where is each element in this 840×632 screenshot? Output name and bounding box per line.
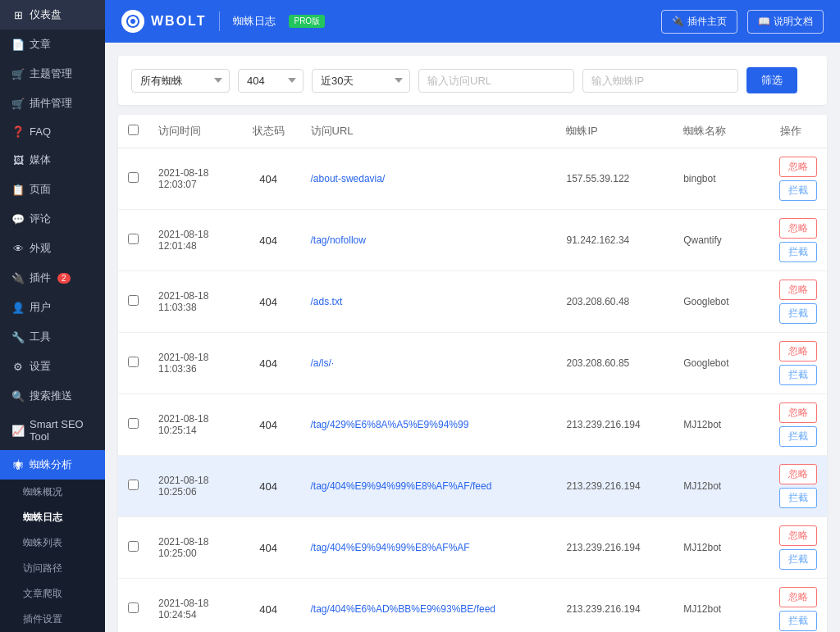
- sidebar-sub-label: 蜘蛛概况: [23, 485, 62, 499]
- row-checkbox[interactable]: [128, 234, 139, 244]
- row-url: /tag/nofollow: [301, 210, 557, 271]
- th-url: 访问URL: [301, 115, 557, 148]
- sidebar-item-article[interactable]: 📄 文章: [0, 30, 105, 59]
- detail-button[interactable]: 忽略: [779, 402, 817, 423]
- sidebar-sub-plugin-settings[interactable]: 插件设置: [11, 607, 105, 632]
- media-icon: 🖼: [11, 154, 25, 166]
- sidebar-item-settings[interactable]: ⚙ 设置: [0, 352, 105, 381]
- sidebar-sub-label: 文章爬取: [23, 587, 62, 601]
- sidebar-sub-spider-overview[interactable]: 蜘蛛概况: [11, 480, 105, 505]
- row-status: 404: [236, 517, 301, 579]
- sidebar-sub-spider-list[interactable]: 蜘蛛列表: [11, 530, 105, 556]
- select-all-checkbox[interactable]: [128, 125, 139, 135]
- sidebar-label: 外观: [30, 241, 51, 256]
- row-ip: 157.55.39.122: [556, 148, 673, 210]
- eye-icon: 👁: [11, 243, 25, 255]
- detail-button[interactable]: 忽略: [779, 341, 817, 361]
- sidebar-sub-label: 访问路径: [23, 562, 62, 575]
- wrench-icon: 🔧: [11, 331, 25, 343]
- block-button[interactable]: 拦截: [779, 303, 817, 324]
- sidebar-item-media[interactable]: 🖼 媒体: [0, 145, 105, 175]
- row-checkbox[interactable]: [128, 541, 139, 552]
- sidebar-label: 页面: [30, 182, 51, 197]
- row-checkbox[interactable]: [128, 357, 139, 367]
- table-row: 2021-08-18 10:24:54 404 /tag/404%E6%AD%B…: [118, 579, 827, 633]
- detail-button[interactable]: 忽略: [779, 218, 817, 239]
- block-button[interactable]: 拦截: [779, 365, 817, 385]
- sidebar-sub-article-crawl[interactable]: 文章爬取: [11, 581, 105, 607]
- plugin-home-label: 插件主页: [687, 15, 727, 29]
- sidebar-item-page[interactable]: 📋 页面: [0, 175, 105, 204]
- data-table: 访问时间 状态码 访问URL 蜘蛛IP 蜘蛛名称: [118, 115, 827, 632]
- table-row: 2021-08-18 10:25:00 404 /tag/404%E9%94%9…: [118, 517, 827, 579]
- row-url: /ads.txt: [301, 271, 557, 333]
- row-action-cell: 忽略 拦截: [755, 210, 827, 271]
- row-checkbox-cell: [118, 456, 148, 517]
- sidebar-item-tools[interactable]: 🔧 工具: [0, 322, 105, 352]
- row-checkbox[interactable]: [128, 602, 139, 613]
- table-row: 2021-08-18 10:25:06 404 /tag/404%E9%94%9…: [118, 456, 827, 517]
- sidebar-sub-visit-path[interactable]: 访问路径: [11, 556, 105, 581]
- row-checkbox[interactable]: [128, 295, 139, 306]
- row-bot: MJ12bot: [673, 456, 755, 517]
- ip-filter-input[interactable]: [582, 69, 738, 93]
- row-checkbox[interactable]: [128, 480, 139, 490]
- sidebar-item-search-push[interactable]: 🔍 搜索推送: [0, 381, 105, 411]
- page-icon: 📋: [11, 184, 25, 196]
- row-time: 2021-08-18 10:25:00: [148, 517, 236, 579]
- row-bot: Googlebot: [673, 333, 755, 394]
- spider-filter-select[interactable]: 所有蜘蛛: [131, 69, 230, 93]
- sidebar-label: 插件: [30, 271, 51, 285]
- logo-svg: [125, 13, 141, 30]
- sidebar-item-smart-seo[interactable]: 📈 Smart SEO Tool: [0, 411, 105, 450]
- sidebar-item-spider-analysis[interactable]: 🕷 蜘蛛分析: [0, 450, 105, 480]
- row-bot: MJ12bot: [673, 517, 755, 579]
- sidebar-item-faq[interactable]: ❓ FAQ: [0, 118, 105, 145]
- detail-button[interactable]: 忽略: [779, 280, 817, 300]
- block-button[interactable]: 拦截: [779, 549, 817, 570]
- header-logo-text: WBOLT: [151, 14, 206, 29]
- sidebar-label: 仪表盘: [30, 7, 62, 22]
- sidebar-sub-spider-log[interactable]: 蜘蛛日志: [11, 505, 105, 530]
- detail-button[interactable]: 忽略: [779, 525, 817, 546]
- row-ip: 213.239.216.194: [556, 579, 673, 633]
- comment-icon: 💬: [11, 213, 25, 225]
- row-checkbox-cell: [118, 517, 148, 579]
- row-checkbox[interactable]: [128, 172, 139, 183]
- row-status: 404: [236, 271, 301, 333]
- sidebar-item-comment[interactable]: 💬 评论: [0, 204, 105, 234]
- detail-button[interactable]: 忽略: [779, 464, 817, 484]
- action-buttons: 忽略 拦截: [765, 402, 817, 447]
- sidebar-item-plugins[interactable]: 🔌 插件 2: [0, 263, 105, 293]
- filter-button[interactable]: 筛选: [746, 67, 797, 93]
- action-buttons: 忽略 拦截: [765, 341, 817, 385]
- time-filter-select[interactable]: 近30天 近7天 今天: [312, 69, 410, 93]
- sidebar-item-theme-manage[interactable]: 🛒 主题管理: [0, 59, 105, 89]
- sidebar-sub-label: 蜘蛛日志: [23, 511, 62, 525]
- plugin-home-button[interactable]: 🔌 插件主页: [661, 10, 737, 34]
- th-action: 操作: [755, 115, 827, 148]
- table-row: 2021-08-18 11:03:38 404 /ads.txt 203.208…: [118, 271, 827, 333]
- table-header-row: 访问时间 状态码 访问URL 蜘蛛IP 蜘蛛名称: [118, 115, 827, 148]
- url-filter-input[interactable]: [418, 69, 574, 93]
- row-checkbox[interactable]: [128, 418, 139, 429]
- block-button[interactable]: 拦截: [779, 611, 817, 631]
- detail-button[interactable]: 忽略: [779, 587, 817, 607]
- row-checkbox-cell: [118, 333, 148, 394]
- row-action-cell: 忽略 拦截: [755, 333, 827, 394]
- block-button[interactable]: 拦截: [779, 242, 817, 262]
- block-button[interactable]: 拦截: [779, 180, 817, 201]
- sidebar-item-plugin-manage[interactable]: 🛒 插件管理: [0, 89, 105, 118]
- row-checkbox-cell: [118, 148, 148, 210]
- sidebar-item-user[interactable]: 👤 用户: [0, 293, 105, 322]
- docs-button[interactable]: 📖 说明文档: [747, 10, 824, 34]
- sidebar-item-appearance[interactable]: 👁 外观: [0, 234, 105, 263]
- block-button[interactable]: 拦截: [779, 488, 817, 508]
- block-button[interactable]: 拦截: [779, 426, 817, 447]
- status-filter-select[interactable]: 404 200 301: [238, 69, 304, 93]
- cart-icon: 🛒: [11, 68, 25, 80]
- spider-icon: 🕷: [11, 459, 25, 471]
- detail-button[interactable]: 忽略: [779, 157, 817, 177]
- sidebar-label: 工具: [30, 330, 51, 344]
- sidebar-item-dashboard[interactable]: ⊞ 仪表盘: [0, 0, 105, 30]
